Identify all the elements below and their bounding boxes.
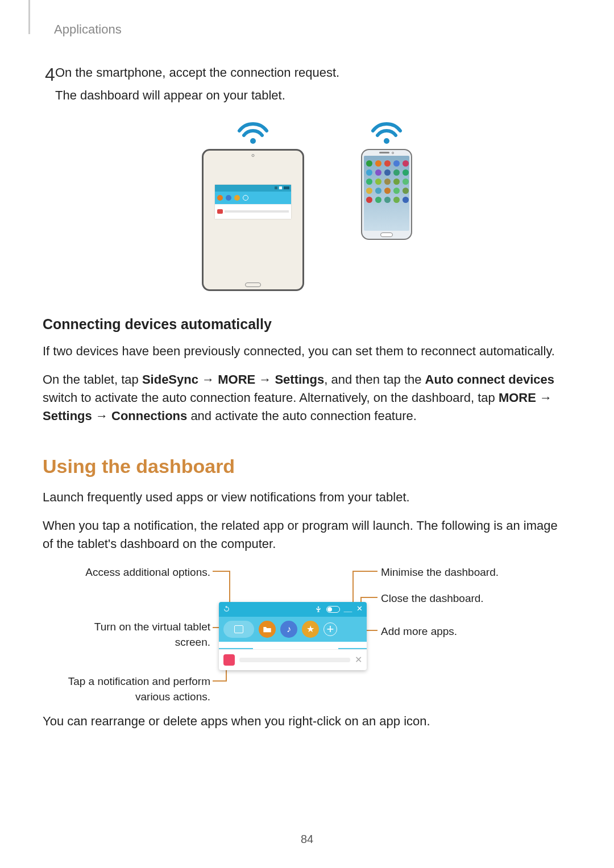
svg-point-1 — [384, 138, 389, 144]
section-name: Applications — [54, 20, 122, 39]
using-para2: When you tap a notification, the related… — [43, 517, 571, 553]
phone-app-icon — [375, 178, 381, 185]
phone-app-icon — [375, 197, 381, 203]
wifi-icon — [236, 119, 270, 144]
phone-app-icon — [366, 178, 372, 185]
phone-app-icon — [403, 169, 409, 176]
phone-app-icon — [403, 160, 409, 167]
app-icon-music: ♪ — [280, 621, 297, 638]
callout-notification: Tap a notification and performvarious ac… — [57, 674, 210, 705]
phone-app-icon — [366, 188, 372, 194]
tablet-column — [202, 119, 304, 291]
devices-illustration — [43, 119, 571, 291]
callout-virtual-screen: Turn on the virtual tabletscreen. — [63, 619, 210, 650]
virtual-screen-button — [223, 621, 254, 638]
phone-app-icon — [393, 178, 400, 185]
phone-app-icon — [384, 178, 391, 185]
phone-app-icon — [375, 188, 381, 194]
svg-point-0 — [250, 138, 256, 144]
minimise-icon: __ — [344, 605, 352, 613]
usb-icon — [314, 605, 322, 613]
phone-app-icon — [384, 160, 391, 167]
wifi-icon — [370, 119, 404, 144]
phone-app-icon — [393, 160, 400, 167]
phone-app-icon — [393, 197, 400, 203]
phone-app-grid — [366, 160, 407, 203]
phone-app-icon — [366, 160, 372, 167]
callout-add-apps: Add more apps. — [381, 624, 457, 639]
callout-options: Access additional options. — [63, 564, 210, 580]
using-para3: You can rearrange or delete apps when yo… — [43, 712, 571, 730]
header-accent-bar — [28, 0, 30, 34]
dashboard-tabs — [219, 642, 367, 650]
dashboard-window: __ ✕ ♪ ★ + ✕ — [219, 602, 367, 670]
tablet-camera — [252, 154, 255, 157]
app-icon-folder — [259, 621, 276, 638]
toggle-icon — [326, 605, 341, 613]
heading-using-dashboard: Using the dashboard — [43, 452, 571, 480]
phone-device — [361, 149, 412, 240]
callout-close: Close the dashboard. — [381, 591, 484, 607]
step-number: 4 — [45, 61, 55, 88]
tablet-device — [202, 149, 304, 291]
phone-column — [361, 119, 412, 240]
notification-app-icon — [223, 654, 235, 666]
phone-app-icon — [384, 188, 391, 194]
page-number: 84 — [0, 831, 614, 848]
phone-app-icon — [403, 178, 409, 185]
phone-app-icon — [384, 169, 391, 176]
tablet-home-button — [245, 283, 261, 287]
phone-app-icon — [366, 197, 372, 203]
phone-app-icon — [375, 160, 381, 167]
connecting-para2: On the tablet, tap SideSync → MORE → Set… — [43, 371, 571, 425]
tablet-dashboard-window — [215, 185, 291, 219]
phone-home-button — [380, 232, 393, 237]
subheading-connecting: Connecting devices automatically — [43, 314, 571, 334]
dashboard-diagram: Access additional options. Turn on the v… — [63, 564, 551, 701]
app-icon-star: ★ — [302, 621, 319, 638]
phone-app-icon — [393, 188, 400, 194]
using-para1: Launch frequently used apps or view noti… — [43, 488, 571, 506]
phone-app-icon — [403, 197, 409, 203]
add-app-button: + — [323, 622, 337, 636]
connecting-para1: If two devices have been previously conn… — [43, 342, 571, 360]
close-icon: ✕ — [355, 605, 363, 613]
step-4-line2: The dashboard will appear on your tablet… — [55, 86, 571, 105]
phone-app-icon — [393, 169, 400, 176]
dismiss-icon: ✕ — [355, 653, 362, 666]
page-content: 4 On the smartphone, accept the connecti… — [43, 57, 571, 740]
phone-app-icon — [375, 169, 381, 176]
refresh-icon — [222, 605, 230, 613]
step-4-line1: On the smartphone, accept the connection… — [55, 64, 571, 82]
notification-row: ✕ — [219, 650, 367, 670]
phone-app-icon — [384, 197, 391, 203]
phone-app-icon — [366, 169, 372, 176]
callout-minimise: Minimise the dashboard. — [381, 564, 499, 580]
phone-app-icon — [403, 188, 409, 194]
dashboard-app-row: ♪ ★ + — [219, 617, 367, 642]
dashboard-titlebar: __ ✕ — [219, 602, 367, 617]
step-4: 4 On the smartphone, accept the connecti… — [55, 64, 571, 105]
